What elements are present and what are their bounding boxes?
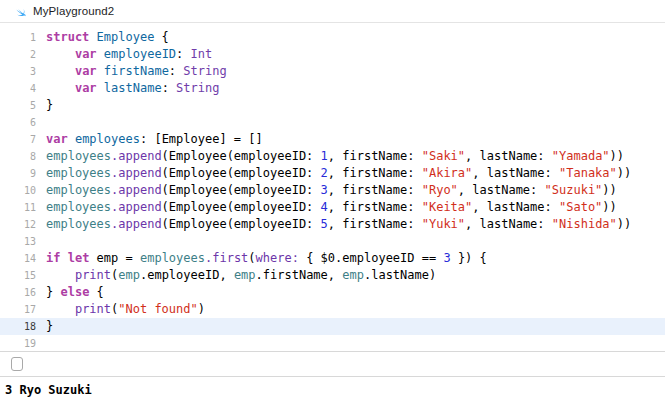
console-output: 3 Ryo Suzuki [5,383,665,397]
code-line-text[interactable] [36,114,46,131]
line-number[interactable]: 3 [0,63,36,80]
line-number[interactable]: 16 [0,284,36,301]
code-line[interactable]: 16} else { [0,284,665,301]
code-line-text[interactable]: print(emp.employeeID, emp.firstName, emp… [36,267,436,284]
code-line[interactable]: 1struct Employee { [0,29,665,46]
code-line[interactable]: 14if let emp = employees.first(where: { … [0,250,665,267]
swift-playground-icon [13,5,26,18]
line-number[interactable]: 14 [0,250,36,267]
code-line[interactable]: 15 print(emp.employeeID, emp.firstName, … [0,267,665,284]
line-number[interactable]: 18 [0,318,36,335]
checkbox[interactable] [11,357,23,371]
line-number[interactable]: 10 [0,182,36,199]
code-line[interactable]: 17 print("Not found") [0,301,665,318]
code-line-text[interactable]: var employees: [Employee] = [] [36,131,263,148]
code-lines: 1struct Employee {2 var employeeID: Int3… [0,29,665,351]
code-line[interactable]: 5} [0,97,665,114]
code-line[interactable]: 4 var lastName: String [0,80,665,97]
code-line[interactable]: 18} [0,318,665,335]
code-line-text[interactable]: var lastName: String [36,80,219,97]
code-line[interactable]: 7var employees: [Employee] = [] [0,131,665,148]
window-title: MyPlayground2 [33,5,114,17]
line-number[interactable]: 5 [0,97,36,114]
console-area[interactable]: 3 Ryo Suzuki [0,377,665,416]
line-number[interactable]: 1 [0,29,36,46]
line-number[interactable]: 8 [0,148,36,165]
code-line-text[interactable]: } else { [36,284,104,301]
debug-bar [0,352,665,376]
code-line-text[interactable]: employees.append(Employee(employeeID: 4,… [36,199,617,216]
line-number[interactable]: 11 [0,199,36,216]
code-line-text[interactable]: employees.append(Employee(employeeID: 3,… [36,182,617,199]
code-line-text[interactable]: employees.append(Employee(employeeID: 2,… [36,165,631,182]
code-line[interactable]: 11employees.append(Employee(employeeID: … [0,199,665,216]
code-line-text[interactable]: var firstName: String [36,63,227,80]
code-editor[interactable]: 1struct Employee {2 var employeeID: Int3… [0,23,665,351]
code-line[interactable]: 10employees.append(Employee(employeeID: … [0,182,665,199]
code-line-text[interactable] [36,335,46,351]
code-line[interactable]: 9employees.append(Employee(employeeID: 2… [0,165,665,182]
code-line[interactable]: 12employees.append(Employee(employeeID: … [0,216,665,233]
xcode-playground-window: MyPlayground2 1struct Employee {2 var em… [0,0,665,416]
line-number[interactable]: 15 [0,267,36,284]
code-line[interactable]: 6 [0,114,665,131]
line-number[interactable]: 4 [0,80,36,97]
code-line-text[interactable]: struct Employee { [36,29,169,46]
code-line-text[interactable]: var employeeID: Int [36,46,212,63]
line-number[interactable]: 9 [0,165,36,182]
code-line-text[interactable]: } [36,318,53,335]
code-line[interactable]: 19 [0,335,665,351]
code-line-text[interactable] [36,233,46,250]
swift-bird-path [16,8,25,15]
code-line[interactable]: 13 [0,233,665,250]
line-number[interactable]: 17 [0,301,36,318]
code-line[interactable]: 2 var employeeID: Int [0,46,665,63]
line-number[interactable]: 13 [0,233,36,250]
code-line-text[interactable]: if let emp = employees.first(where: { $0… [36,250,487,267]
line-number[interactable]: 19 [0,335,36,351]
line-number[interactable]: 6 [0,114,36,131]
line-number[interactable]: 7 [0,131,36,148]
line-number[interactable]: 2 [0,46,36,63]
code-line-text[interactable]: employees.append(Employee(employeeID: 1,… [36,148,624,165]
code-line[interactable]: 3 var firstName: String [0,63,665,80]
line-number[interactable]: 12 [0,216,36,233]
code-line[interactable]: 8employees.append(Employee(employeeID: 1… [0,148,665,165]
code-line-text[interactable]: } [36,97,53,114]
code-line-text[interactable]: employees.append(Employee(employeeID: 5,… [36,216,631,233]
titlebar: MyPlayground2 [0,0,665,23]
code-line-text[interactable]: print("Not found") [36,301,205,318]
